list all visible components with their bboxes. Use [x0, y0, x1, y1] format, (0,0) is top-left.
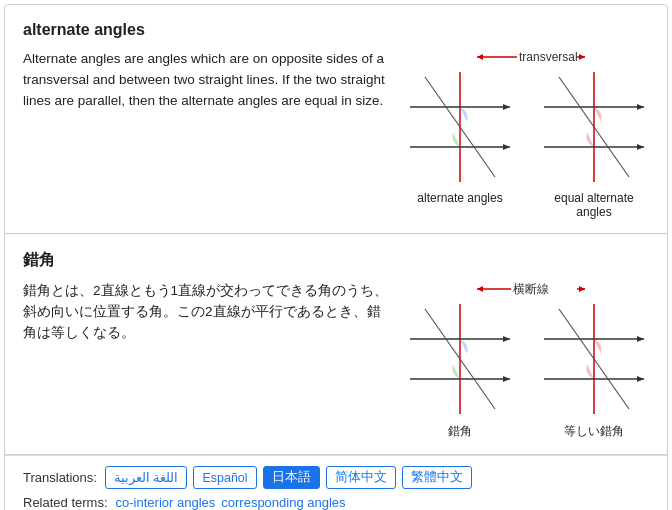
footer: Translations: اللغة العربية Español 日本語 …: [5, 455, 667, 510]
related-links: co-interior angles corresponding angles: [116, 495, 346, 510]
section2-diagram: 横断線: [405, 281, 649, 440]
transversal-label-ja: 横断線: [467, 281, 587, 297]
section2-title: 錯角: [23, 250, 649, 271]
svg-marker-30: [637, 336, 644, 342]
diagram-equal-alternate: [539, 67, 649, 187]
trans-btn-spanish[interactable]: Español: [193, 466, 256, 489]
diagram-row-en: [405, 67, 649, 187]
svg-marker-15: [637, 144, 644, 150]
label-equal-sakukaku: 等しい錯角: [539, 423, 649, 440]
svg-marker-24: [503, 336, 510, 342]
section1-content: Alternate angles are angles which are on…: [23, 49, 649, 219]
main-container: alternate angles Alternate angles are an…: [4, 4, 668, 510]
related-row: Related terms: co-interior angles corres…: [23, 495, 649, 510]
svg-marker-18: [477, 286, 483, 292]
translations-row: Translations: اللغة العربية Español 日本語 …: [23, 466, 649, 489]
related-co-interior[interactable]: co-interior angles: [116, 495, 216, 510]
diagram-row-ja: [405, 299, 649, 419]
svg-text:transversal: transversal: [519, 50, 578, 64]
translations-label: Translations:: [23, 470, 97, 485]
label-alternate: alternate angles: [405, 191, 515, 219]
label-equal-alternate: equal alternate angles: [539, 191, 649, 219]
svg-marker-4: [579, 54, 585, 60]
section2-content: 錯角とは、2直線ともう1直線が交わってできる角のうち、斜め向いに位置する角。この…: [23, 281, 649, 440]
trans-btn-japanese[interactable]: 日本語: [263, 466, 320, 489]
related-corresponding[interactable]: corresponding angles: [221, 495, 345, 510]
diagram-sakukaku: [405, 299, 515, 419]
trans-btn-arabic[interactable]: اللغة العربية: [105, 466, 187, 489]
english-section: alternate angles Alternate angles are an…: [5, 5, 667, 233]
svg-marker-13: [637, 104, 644, 110]
svg-marker-21: [579, 286, 585, 292]
trans-btn-simplified-chinese[interactable]: 简体中文: [326, 466, 396, 489]
section1-diagram: transversal: [405, 49, 649, 219]
translation-buttons: اللغة العربية Español 日本語 简体中文 繁體中文: [105, 466, 472, 489]
diagram-alternate: [405, 67, 515, 187]
label-sakukaku: 錯角: [405, 423, 515, 440]
svg-marker-7: [503, 104, 510, 110]
svg-marker-32: [637, 376, 644, 382]
diagram-equal-sakukaku: [539, 299, 649, 419]
svg-text:横断線: 横断線: [513, 282, 549, 296]
diagram-labels-ja: 錯角 等しい錯角: [405, 423, 649, 440]
japanese-section: 錯角 錯角とは、2直線ともう1直線が交わってできる角のうち、斜め向いに位置する角…: [5, 234, 667, 454]
trans-btn-traditional-chinese[interactable]: 繁體中文: [402, 466, 472, 489]
section1-text: Alternate angles are angles which are on…: [23, 49, 393, 112]
section2-text: 錯角とは、2直線ともう1直線が交わってできる角のうち、斜め向いに位置する角。この…: [23, 281, 393, 344]
svg-marker-1: [477, 54, 483, 60]
section1-title: alternate angles: [23, 21, 649, 39]
svg-marker-26: [503, 376, 510, 382]
transversal-label-en: transversal: [467, 49, 587, 65]
related-label: Related terms:: [23, 495, 108, 510]
diagram-labels-en: alternate angles equal alternate angles: [405, 191, 649, 219]
svg-marker-9: [503, 144, 510, 150]
